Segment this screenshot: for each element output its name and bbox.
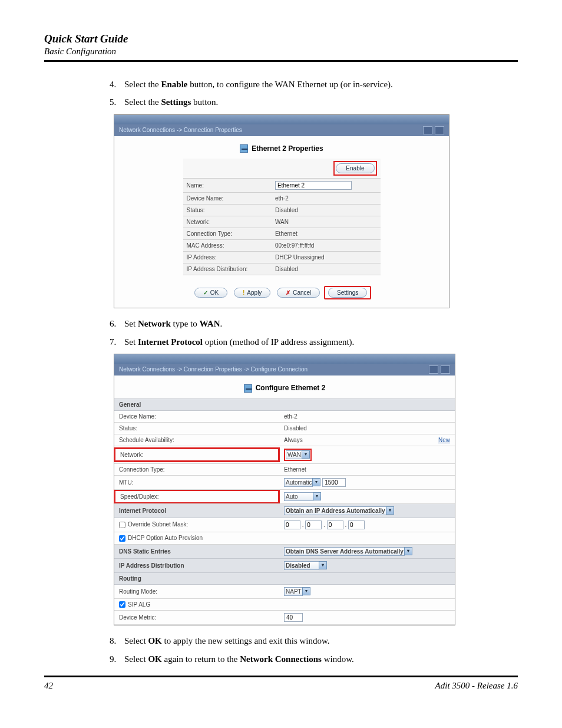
text: button, to configure the WAN Ethernet up… (188, 80, 393, 89)
sip-alg-checkbox[interactable] (119, 601, 125, 608)
label: Status: (114, 422, 279, 434)
check-icon: ✓ (203, 289, 208, 296)
label: OK (210, 289, 219, 296)
label: IP Address Distribution: (183, 263, 272, 275)
value: eth-2 (272, 193, 381, 205)
label: DHCP Option Auto Provision (128, 535, 203, 541)
step-5: Select the Settings button. (118, 96, 518, 108)
ip-distribution-select[interactable]: Disabled▾ (284, 561, 327, 570)
value: Disabled (272, 263, 381, 275)
settings-button-highlight: Settings (324, 286, 371, 299)
value: Ethernet (279, 463, 455, 475)
instruction-list: Select the Enable button, to configure t… (44, 78, 518, 108)
ok-button[interactable]: ✓OK (194, 288, 227, 298)
text: option (method of IP address assignment)… (203, 337, 354, 347)
breadcrumb-text: Network Connections -> Connection Proper… (119, 127, 242, 133)
step-6: Set Network type to WAN. (118, 318, 518, 330)
label: Status: (183, 205, 272, 216)
label: Connection Type: (183, 228, 272, 240)
window-titlebar (114, 354, 455, 364)
enable-button[interactable]: Enable (336, 163, 374, 173)
ethernet-icon (240, 144, 248, 153)
label: SIP ALG (128, 601, 150, 608)
section-ip-distribution: IP Address Distribution (114, 558, 279, 572)
titlebar-icon[interactable] (435, 126, 444, 134)
chevron-down-icon: ▾ (312, 478, 320, 486)
enable-button-highlight: Enable (333, 161, 376, 176)
mtu-select[interactable]: Automatic▾ (284, 478, 320, 487)
titlebar-icon[interactable] (423, 126, 432, 134)
label: MTU: (114, 475, 279, 489)
subnet-octet-3[interactable] (327, 521, 343, 529)
select-value: Automatic (284, 478, 313, 487)
label: Network: (120, 452, 143, 458)
text-bold: Enable (161, 80, 187, 89)
titlebar-icon[interactable] (429, 365, 438, 374)
heading-text: Ethernet 2 Properties (252, 144, 323, 153)
value: Disabled (279, 422, 455, 434)
subnet-octet-4[interactable] (348, 521, 365, 529)
mtu-input[interactable] (322, 478, 346, 487)
text: Select the (124, 80, 161, 89)
step-9: Select OK again to return to the Network… (118, 653, 518, 665)
value: 00:e0:97:ff:ff:fd (272, 240, 381, 252)
device-metric-input[interactable] (284, 613, 303, 622)
text: . (220, 319, 223, 328)
text-bold: OK (148, 636, 161, 645)
step-4: Select the Enable button, to configure t… (118, 78, 518, 90)
routing-mode-select[interactable]: NAPT▾ (284, 587, 310, 596)
properties-table: Enable Name: Device Name:eth-2 Status:Di… (183, 159, 381, 275)
step-8: Select OK to apply the new settings and … (118, 635, 518, 647)
label: Apply (247, 289, 262, 296)
dialog-heading: Configure Ethernet 2 (114, 375, 455, 398)
label: Cancel (293, 289, 311, 296)
label: Network: (183, 216, 272, 228)
network-select-highlight: WAN▾ (284, 449, 312, 461)
product-version: Adit 3500 - Release 1.6 (435, 681, 518, 691)
configure-table: General Device Name:eth-2 Status:Disable… (114, 398, 455, 625)
header-subtitle: Basic Configuration (44, 47, 518, 57)
settings-button[interactable]: Settings (328, 288, 367, 298)
select-value: Obtain DNS Server Address Automatically (284, 547, 405, 556)
text-bold: WAN (200, 319, 220, 328)
new-link[interactable]: New (438, 437, 450, 443)
dialog-heading: Ethernet 2 Properties (114, 136, 449, 159)
label: Device Metric: (114, 611, 279, 625)
cancel-button[interactable]: ✗Cancel (277, 288, 320, 298)
override-subnet-checkbox[interactable] (119, 522, 125, 528)
step-7: Set Internet Protocol option (method of … (118, 336, 518, 348)
select-value: Auto (284, 492, 313, 501)
value: Ethernet (272, 228, 381, 240)
speed-label-highlight: Speed/Duplex: (114, 489, 280, 504)
value: Always (284, 437, 303, 443)
instruction-list: Select OK to apply the new settings and … (44, 635, 518, 665)
label: IP Address: (183, 252, 272, 263)
label: Speed/Duplex: (120, 493, 159, 500)
ip-mode-select[interactable]: Obtain an IP Address Automatically▾ (284, 506, 394, 515)
text: Select (124, 654, 148, 664)
label: Device Name: (114, 410, 279, 422)
window-titlebar (114, 115, 449, 124)
chevron-down-icon: ▾ (302, 450, 310, 459)
breadcrumb-bar: Network Connections -> Connection Proper… (114, 124, 449, 136)
subnet-octet-2[interactable] (305, 521, 322, 529)
label: MAC Address: (183, 240, 272, 252)
dns-select[interactable]: Obtain DNS Server Address Automatically▾ (284, 547, 412, 556)
name-input[interactable] (275, 181, 352, 190)
apply-button[interactable]: !Apply (234, 288, 270, 298)
titlebar-icon[interactable] (441, 365, 450, 374)
speed-select[interactable]: Auto▾ (284, 492, 321, 501)
label: Connection Type: (114, 463, 279, 475)
network-label-highlight: Network: (114, 447, 280, 462)
page-footer: 42 Adit 3500 - Release 1.6 (44, 681, 518, 691)
network-select[interactable]: WAN▾ (286, 450, 310, 459)
button-row: ✓OK !Apply ✗Cancel Settings (114, 286, 449, 299)
subnet-octet-1[interactable] (284, 521, 300, 529)
text-bold: Settings (161, 97, 191, 107)
label: Routing Mode: (114, 584, 279, 598)
text-bold: Internet Protocol (138, 337, 203, 347)
text-bold: Network (138, 319, 171, 328)
dhcp-option-checkbox[interactable] (119, 535, 125, 542)
footer-rule (44, 676, 518, 677)
text: Set (124, 319, 138, 328)
